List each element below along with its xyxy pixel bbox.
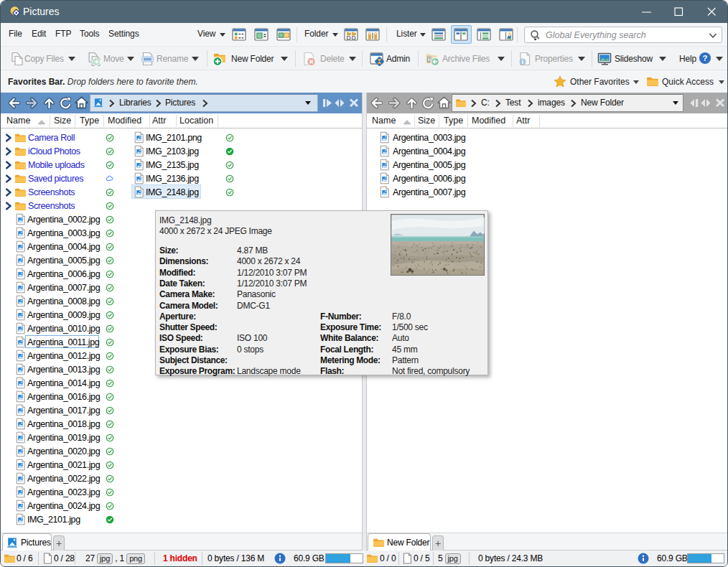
svg-text:?: ? <box>703 54 708 62</box>
